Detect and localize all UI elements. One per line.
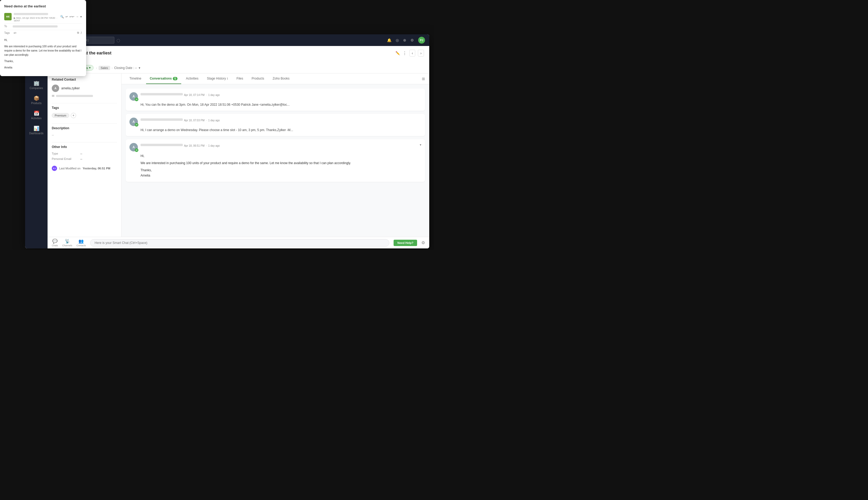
- activities-icon: 📅: [34, 111, 39, 116]
- channels-icon[interactable]: 📡 Channels: [62, 239, 72, 247]
- target-icon[interactable]: ◎: [396, 38, 399, 42]
- conversation-item: A ✉ Apr 18, 07:14 PM · 1 day ago: [126, 89, 425, 111]
- closing-dropdown-icon: ▾: [139, 66, 140, 70]
- dashboards-icon: 📊: [34, 126, 39, 131]
- tab-zoho-books[interactable]: Zoho Books: [269, 73, 293, 84]
- email-popup-title: Need demo at the earliest: [4, 4, 82, 8]
- description-title: Description: [52, 126, 117, 130]
- settings-icon[interactable]: ⚙: [410, 38, 414, 42]
- chat-input[interactable]: [90, 239, 389, 247]
- email-body: Hi, We are interested in purchasing 100 …: [4, 38, 82, 70]
- tab-activities[interactable]: Activities: [182, 73, 202, 84]
- email-popup: Need demo at the earliest ME ▶ Mon, 18 A…: [0, 0, 86, 76]
- conv-sender-1: [140, 93, 183, 95]
- app-body: 💼 Deals 👤 Contacts 🏢 Companies 📦 Product…: [25, 46, 429, 248]
- other-info-section: Other Info Type -- Personal Email --: [52, 145, 117, 160]
- conv-badge-1: ✉: [135, 98, 138, 101]
- edit-button[interactable]: ✏️: [395, 51, 400, 55]
- sidebar-activities-label: Activities: [31, 117, 42, 120]
- contact-avatar: A: [52, 84, 59, 92]
- tab-conversations[interactable]: Conversations 5: [146, 73, 181, 84]
- tags-label: Tags: [4, 32, 12, 34]
- description-value: --: [52, 133, 117, 137]
- body-greeting: Hi,: [140, 154, 421, 159]
- tab-products[interactable]: Products: [248, 73, 268, 84]
- conv-badge-3: ✉: [135, 148, 138, 152]
- personal-email-label: Personal Email: [52, 157, 78, 160]
- email-avatar: ME: [4, 13, 12, 20]
- last-modified-label: Last Modified on: [59, 167, 81, 170]
- products-icon: 📦: [34, 96, 39, 101]
- notification-icon[interactable]: 🔔: [387, 38, 392, 42]
- next-button[interactable]: ›: [418, 50, 424, 57]
- sidebar-item-dashboards[interactable]: 📊 Dashboards: [27, 123, 46, 137]
- user-avatar[interactable]: PJ: [418, 37, 425, 44]
- chats-icon[interactable]: 💬 Chats: [52, 239, 58, 247]
- conv-full-body: Hi, We are interested in purchasing 100 …: [140, 154, 421, 178]
- stage-info: · Sales · Closing Date : -- ▾: [96, 66, 140, 70]
- tab-files[interactable]: Files: [233, 73, 247, 84]
- closing-date[interactable]: Closing Date : --: [114, 66, 137, 70]
- conv-time-2: Apr 18, 07:03 PM · 1 day ago: [184, 119, 220, 122]
- plus-icon[interactable]: ⊕: [403, 38, 406, 42]
- type-value: --: [80, 152, 82, 155]
- reply-all-icon[interactable]: ↩↩: [69, 15, 74, 19]
- contacts-bottom-icon[interactable]: 👥 Contacts: [77, 239, 86, 247]
- tab-timeline[interactable]: Timeline: [126, 73, 145, 84]
- copy-icon[interactable]: ⧉: [77, 31, 79, 34]
- related-contact-section: Related Contact A amelia.zylker ✉: [52, 78, 117, 98]
- contact-email-row: ✉: [52, 94, 117, 98]
- bottom-bar: 💬 Chats 📡 Channels 👥 Contacts Need Help?…: [48, 237, 429, 248]
- conv-dropdown-icon[interactable]: ▾: [420, 143, 421, 147]
- conv-sender-3: [140, 144, 183, 146]
- tags-title: Tags: [52, 106, 117, 110]
- conv-badge-2: ✉: [135, 123, 138, 127]
- conversations-area: A ✉ Apr 18, 07:14 PM · 1 day ago: [121, 84, 429, 237]
- sidebar-item-companies[interactable]: 🏢 Companies: [27, 78, 46, 92]
- conv-preview-1: Hi, You can fix the demo at 3pm. On Mon,…: [140, 102, 421, 107]
- tags-list: Premium +: [52, 113, 117, 118]
- contact-item: A amelia.zylker: [52, 84, 117, 92]
- deal-title: Need demo at the earliest: [60, 51, 392, 56]
- content-area: Related Contact A amelia.zylker ✉ Tags: [48, 73, 429, 237]
- description-section: Description --: [52, 126, 117, 137]
- expand-tabs-icon[interactable]: ⊞: [422, 77, 425, 81]
- conversation-item: A ✉ Apr 18, 07:03 PM · 1 day ago: [126, 114, 425, 136]
- sidebar: 💼 Deals 👤 Contacts 🏢 Companies 📦 Product…: [25, 46, 48, 248]
- conv-avatar-wrap-1: A ✉: [129, 92, 138, 101]
- to-value: [13, 25, 58, 27]
- tabs-bar: Timeline Conversations 5 Activities Stag…: [121, 73, 429, 84]
- body-main: We are interested in purchasing 100 unit…: [140, 161, 421, 166]
- email-meta: ▶ Mon, 18 Apr 2022 6:51:08 PM +0530 · SE…: [14, 16, 58, 22]
- contact-name[interactable]: amelia.zylker: [61, 87, 80, 90]
- reply-icon[interactable]: ↩: [66, 15, 68, 19]
- tag-icon: 🏷: [14, 32, 16, 34]
- sidebar-companies-label: Companies: [30, 87, 43, 90]
- conversations-badge: 5: [173, 77, 177, 80]
- share-icon[interactable]: ⤴: [81, 32, 82, 34]
- sidebar-item-products[interactable]: 📦 Products: [27, 93, 46, 107]
- prev-button[interactable]: ‹: [409, 50, 416, 57]
- conv-meta-3: Apr 18, 06:51 PM · 1 day ago: [140, 143, 417, 148]
- tags-section: Tags Premium +: [52, 106, 117, 118]
- search-spinner-icon: ◌: [116, 38, 120, 43]
- email-sender-name: [14, 13, 48, 15]
- need-help-button[interactable]: Need Help?: [394, 240, 417, 246]
- conv-meta-2: Apr 18, 07:03 PM · 1 day ago: [140, 117, 421, 122]
- deal-header: ← Need demo at the earliest ✏️ ⋮ ‹ › 🏆 P…: [48, 46, 429, 73]
- tab-stage-history[interactable]: Stage History ℹ: [203, 73, 232, 84]
- related-contact-title: Related Contact: [52, 78, 117, 81]
- type-label: Type: [52, 152, 78, 155]
- mod-avatar: PJ: [52, 166, 57, 171]
- search-icon[interactable]: 🔍: [60, 15, 64, 19]
- more-options-button[interactable]: ⋮: [403, 51, 407, 56]
- sidebar-item-activities[interactable]: 📅 Activities: [27, 109, 46, 122]
- right-panel: Timeline Conversations 5 Activities Stag…: [121, 73, 429, 237]
- pipeline-label: Sales: [99, 66, 110, 70]
- more-icon[interactable]: ▾: [80, 15, 82, 19]
- forward-icon[interactable]: →: [76, 15, 79, 19]
- email-actions[interactable]: 🔍 ↩ ↩↩ → ▾: [60, 15, 82, 19]
- add-tag-button[interactable]: +: [71, 113, 76, 118]
- settings-bottom-icon[interactable]: ⚙: [421, 240, 425, 245]
- left-panel: Related Contact A amelia.zylker ✉ Tags: [48, 73, 121, 237]
